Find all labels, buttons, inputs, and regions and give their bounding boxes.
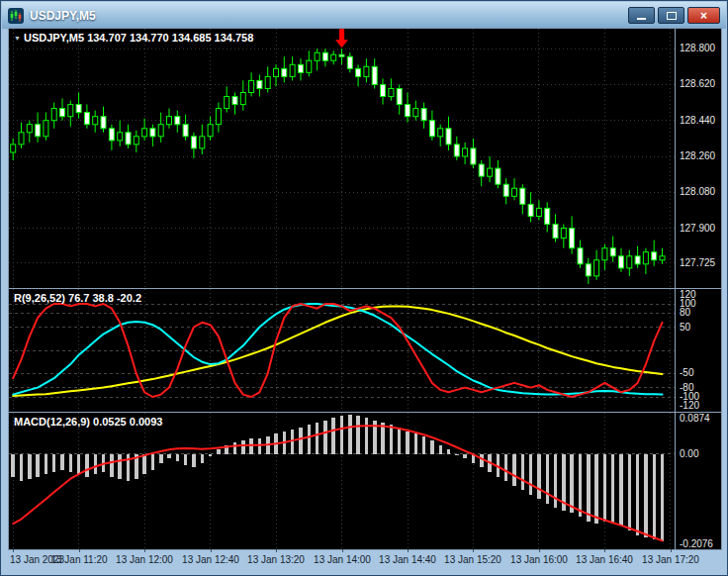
candle-body xyxy=(364,66,369,76)
time-axis[interactable]: 13 Jan 202313 Jan 11:2013 Jan 12:0013 Ja… xyxy=(9,549,721,569)
candle-body xyxy=(660,256,665,260)
rci-axis[interactable]: 1201008050-50-80-100-120 xyxy=(675,289,721,412)
macd-histogram-bar xyxy=(381,423,385,454)
macd-histogram-bar xyxy=(118,454,122,479)
title-bar[interactable]: USDJPY,M5 × xyxy=(2,2,726,29)
price-axis[interactable]: 128.800128.620128.440128.260128.080127.9… xyxy=(675,29,721,288)
candle-body xyxy=(339,54,344,56)
close-button[interactable]: × xyxy=(687,7,720,24)
macd-histogram-bar xyxy=(422,436,426,454)
candle-body xyxy=(290,64,295,76)
candle-body xyxy=(142,129,147,137)
candle-body xyxy=(68,105,73,117)
candle-body xyxy=(175,117,180,125)
candle-body xyxy=(602,248,607,260)
down-arrow-annotation[interactable] xyxy=(335,29,348,48)
time-tick xyxy=(539,549,540,552)
candle-body xyxy=(446,129,451,144)
macd-histogram-bar xyxy=(628,454,632,530)
candle-body xyxy=(471,148,476,164)
macd-histogram-bar xyxy=(546,454,550,504)
axis-tick: 0.0874 xyxy=(680,413,710,424)
macd-histogram-bar xyxy=(52,454,56,472)
main-chart-panel[interactable]: 128.800128.620128.440128.260128.080127.9… xyxy=(9,29,721,288)
candle-body xyxy=(356,68,361,76)
rci-indicator-panel[interactable]: 1201008050-50-80-100-120 R(9,26,52) 76.7… xyxy=(9,289,721,412)
candle-body xyxy=(208,125,213,137)
candle-body xyxy=(93,117,98,125)
candlestick-plot[interactable] xyxy=(9,29,675,288)
rci-plot[interactable] xyxy=(9,289,675,412)
candle-body xyxy=(594,260,599,276)
axis-tick: 128.440 xyxy=(680,115,715,126)
time-label: 13 Jan 17:20 xyxy=(629,554,712,565)
candle-body xyxy=(126,133,131,144)
macd-histogram-bar xyxy=(644,454,648,537)
macd-plot[interactable] xyxy=(9,413,675,549)
symbol-marker-icon: ▼ xyxy=(14,35,21,42)
macd-info-label: MACD(12,26,9) 0.0525 0.0093 xyxy=(14,416,162,428)
candle-body xyxy=(454,144,459,156)
macd-histogram-bar xyxy=(11,454,15,477)
macd-histogram-bar xyxy=(365,418,369,453)
candle-body xyxy=(528,204,533,216)
macd-histogram-bar xyxy=(77,454,81,474)
candle-body xyxy=(421,109,426,121)
candle-body xyxy=(19,133,24,144)
macd-histogram-bar xyxy=(323,421,327,454)
axis-tick: 128.620 xyxy=(680,78,715,89)
axis-tick: -50 xyxy=(680,367,693,378)
macd-histogram-bar xyxy=(463,454,467,459)
app-icon xyxy=(8,8,24,24)
window-controls: × xyxy=(628,7,720,24)
candle-body xyxy=(76,105,81,113)
macd-histogram-bar xyxy=(537,454,541,499)
time-tick xyxy=(473,549,474,552)
axis-tick: 0.00 xyxy=(680,448,698,459)
macd-histogram-bar xyxy=(69,454,73,472)
time-tick xyxy=(342,549,343,552)
candle-body xyxy=(545,208,550,224)
macd-histogram-bar xyxy=(85,454,89,477)
restore-button[interactable] xyxy=(658,7,684,24)
candle-body xyxy=(51,109,56,121)
macd-histogram-bar xyxy=(398,428,402,454)
macd-histogram-bar xyxy=(20,454,24,481)
macd-histogram-bar xyxy=(192,454,196,468)
macd-histogram-bar xyxy=(110,454,114,477)
candle-body xyxy=(274,68,279,76)
chart-window: USDJPY,M5 × 128.800128.620128.440128.260… xyxy=(0,0,728,576)
candle-body xyxy=(240,93,245,105)
macd-histogram-bar xyxy=(94,454,98,474)
candle-body xyxy=(167,117,172,125)
candle-body xyxy=(191,137,196,148)
candle-body xyxy=(389,89,394,97)
time-tick xyxy=(408,549,409,552)
macd-axis[interactable]: 0.08740.00-0.2076 xyxy=(675,413,721,549)
macd-histogram-bar xyxy=(455,454,459,455)
macd-histogram-bar xyxy=(60,454,64,470)
candle-body xyxy=(249,80,254,92)
macd-histogram-bar xyxy=(529,454,533,495)
axis-tick: 80 xyxy=(680,307,690,318)
candle-body xyxy=(158,125,163,137)
axis-tick: 128.260 xyxy=(680,150,715,161)
candle-body xyxy=(397,89,402,105)
macd-histogram-bar xyxy=(414,433,418,453)
macd-histogram-bar xyxy=(36,454,40,477)
macd-histogram-bar xyxy=(587,454,591,522)
candle-body xyxy=(44,121,48,137)
macd-histogram-bar xyxy=(217,449,221,454)
candle-body xyxy=(282,68,287,76)
candle-body xyxy=(652,252,657,260)
macd-histogram-bar xyxy=(636,454,640,535)
macd-indicator-panel[interactable]: 0.08740.00-0.2076 MACD(12,26,9) 0.0525 0… xyxy=(9,413,721,549)
minimize-button[interactable] xyxy=(628,7,655,24)
candle-body xyxy=(643,252,648,264)
time-tick xyxy=(604,549,605,552)
chart-canvas: 128.800128.620128.440128.260128.080127.9… xyxy=(9,29,721,549)
macd-histogram-bar xyxy=(348,415,352,454)
candle-body xyxy=(36,125,41,137)
candle-body xyxy=(496,168,500,184)
macd-histogram-bar xyxy=(390,425,394,454)
